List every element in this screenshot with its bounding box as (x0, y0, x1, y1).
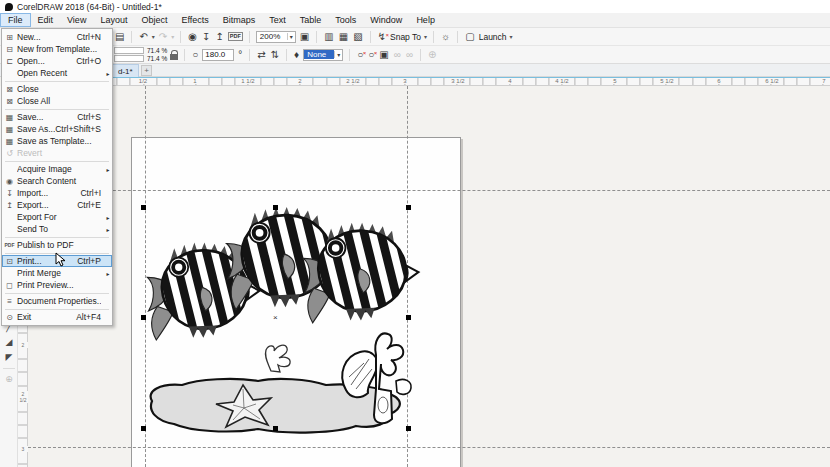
zoom-dropdown-icon[interactable]: ▾ (287, 33, 295, 40)
submenu-arrow-icon: ▸ (104, 70, 112, 77)
selection-handle-e[interactable] (406, 315, 411, 320)
drawing-canvas[interactable]: × (28, 86, 830, 467)
save-icon: ▦ (2, 113, 17, 122)
menu-item-close-all[interactable]: ⊠Close All (2, 95, 112, 107)
menu-item-print-preview[interactable]: ◻Print Preview... (2, 279, 112, 291)
menu-item-save-as[interactable]: ▦Save As...Ctrl+Shift+S (2, 123, 112, 135)
link-icon-b: ∞ (405, 48, 414, 62)
menu-item-new[interactable]: ⊞New...Ctrl+N (2, 31, 112, 43)
zoom-level-dropdown[interactable]: 200% ▾ (256, 31, 296, 43)
hruler-label: 5 (612, 78, 617, 84)
menu-item-publish-to-pdf[interactable]: PDFPublish to PDF (2, 239, 112, 251)
menu-window[interactable]: Window (363, 13, 409, 27)
horizontal-guideline[interactable] (28, 190, 830, 191)
menu-effects[interactable]: Effects (174, 13, 215, 27)
submenu-arrow-icon: ▸ (104, 166, 112, 173)
small-coral (265, 345, 290, 372)
menu-item-open-recent[interactable]: Open Recent▸ (2, 67, 112, 79)
fill-tool-icon[interactable]: ◤ (0, 352, 18, 362)
menu-help[interactable]: Help (409, 13, 442, 27)
show-rulers-icon[interactable]: ▥ (323, 30, 334, 44)
menu-item-print-merge[interactable]: Print Merge▸ (2, 267, 112, 279)
undo-icon[interactable]: ↶ (138, 30, 148, 44)
selection-handle-n[interactable] (273, 205, 278, 210)
menu-view[interactable]: View (60, 13, 93, 27)
selection-handle-nw[interactable] (141, 205, 146, 210)
menu-item-open[interactable]: ⊏Open...Ctrl+O (2, 55, 112, 67)
snap-off-icon[interactable]: ↯ (377, 30, 387, 44)
outline-width-dropdown[interactable]: None ▾ (303, 49, 343, 61)
document-tab[interactable]: d-1* (112, 64, 139, 77)
export-icon[interactable]: ↥ (214, 30, 224, 44)
menu-item-close[interactable]: ⊠Close (2, 83, 112, 95)
fullscreen-preview-icon[interactable]: ▣ (299, 30, 310, 44)
launch-caret-icon[interactable]: ▾ (510, 33, 513, 40)
menu-layout[interactable]: Layout (93, 13, 134, 27)
selection-handle-s[interactable] (273, 426, 278, 431)
launch-button[interactable]: Launch (479, 32, 507, 42)
menu-object[interactable]: Object (134, 13, 174, 27)
eyedropper-tool-icon[interactable]: ◢ (0, 337, 18, 347)
snap-to-dropdown[interactable]: Snap To (390, 32, 421, 42)
object-width-field[interactable] (114, 47, 144, 54)
selection-handle-ne[interactable] (406, 205, 411, 210)
menu-item-document-properties[interactable]: ≡Document Properties... (2, 295, 112, 307)
undo-dropdown-icon[interactable]: ▾ (152, 33, 155, 40)
coral-branch (374, 333, 403, 423)
publish-pdf-icon[interactable]: PDF (228, 32, 243, 41)
show-grid-icon[interactable]: ▦ (338, 30, 349, 44)
vruler-label: 2 1/2 (18, 391, 28, 403)
mouse-cursor (55, 252, 66, 267)
menu-bitmaps[interactable]: Bitmaps (216, 13, 263, 27)
menu-item-save-as-template[interactable]: ▦Save as Template... (2, 135, 112, 147)
menu-edit[interactable]: Edit (31, 13, 61, 27)
revert-icon: ↺ (2, 149, 17, 158)
horizontal-ruler[interactable]: 1/2 1 1 1/2 2 2 1/2 3 3 1/2 4 4 1/2 5 5 … (28, 77, 830, 86)
close-icon: ⊠ (2, 85, 17, 94)
menu-item-save[interactable]: ▦Save...Ctrl+S (2, 111, 112, 123)
menu-item-exit[interactable]: ⊙ExitAlt+F4 (2, 311, 112, 323)
selection-center-mark[interactable]: × (273, 313, 278, 322)
hruler-label: 5 1/2 (659, 78, 674, 84)
menu-file[interactable]: File (0, 13, 31, 27)
fish-artwork[interactable] (138, 193, 423, 448)
vruler-label: 2 (18, 342, 28, 348)
wrap-text-icon[interactable]: ▣ (378, 48, 389, 62)
show-guidelines-icon[interactable]: ▧ (352, 30, 363, 44)
clear-transformations-icon[interactable]: ○ (356, 48, 364, 62)
paste-icon[interactable]: ▤ (114, 30, 125, 44)
target-tool-icon[interactable]: ⊕ (0, 374, 18, 384)
import-icon[interactable]: ↧ (201, 30, 211, 44)
object-size-fields[interactable] (114, 47, 144, 62)
clear-effects-icon[interactable]: ○ (367, 48, 375, 62)
menu-item-search-content[interactable]: ◉Search Content (2, 175, 112, 187)
menu-table[interactable]: Table (293, 13, 329, 27)
menu-item-export[interactable]: ↥Export...Ctrl+E (2, 199, 112, 211)
menu-item-send-to[interactable]: Send To▸ (2, 223, 112, 235)
mirror-horizontal-icon[interactable]: ⇄ (256, 48, 266, 62)
selection-handle-sw[interactable] (141, 426, 146, 431)
scale-x-value[interactable]: 71.4 (147, 47, 160, 54)
window-title: CorelDRAW 2018 (64-Bit) - Untitled-1* (17, 2, 162, 12)
launch-icon[interactable]: ▢ (464, 30, 475, 44)
menu-tools[interactable]: Tools (328, 13, 363, 27)
mirror-vertical-icon[interactable]: ⇅ (270, 48, 280, 62)
menu-item-import[interactable]: ↧Import...Ctrl+I (2, 187, 112, 199)
scale-y-value[interactable]: 71.4 (147, 55, 160, 62)
menu-text[interactable]: Text (262, 13, 293, 27)
selection-handle-se[interactable] (406, 426, 411, 431)
menu-item-new-from-template[interactable]: ⊟New from Template... (2, 43, 112, 55)
pdf-icon: PDF (2, 242, 17, 248)
hruler-label: 1/2 (138, 78, 148, 84)
menu-item-export-for[interactable]: Export For▸ (2, 211, 112, 223)
snap-to-caret-icon[interactable]: ▾ (424, 33, 427, 40)
selection-handle-w[interactable] (141, 315, 146, 320)
rotation-angle-field[interactable]: 180.0 (202, 49, 234, 61)
outline-width-caret-icon[interactable]: ▾ (334, 51, 342, 58)
lock-ratio-icon[interactable] (170, 54, 178, 60)
search-content-icon[interactable]: ◉ (187, 30, 198, 44)
menu-item-acquire-image[interactable]: Acquire Image▸ (2, 163, 112, 175)
new-tab-button[interactable]: + (141, 65, 152, 76)
object-height-field[interactable] (114, 55, 144, 62)
options-gear-icon[interactable]: ☼ (440, 30, 451, 44)
